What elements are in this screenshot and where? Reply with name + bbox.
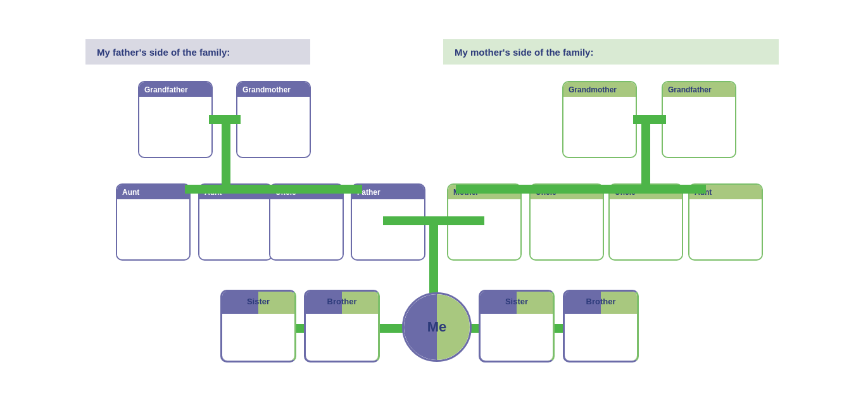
sister2-card: Sister	[479, 290, 555, 362]
brother2-card: Brother	[563, 290, 639, 362]
paternal-grandmother-card: Grandmother	[236, 81, 311, 158]
maternal-grandfather-label: Grandfather	[663, 82, 735, 97]
father-side-banner: My father's side of the family:	[85, 39, 310, 65]
father-side-title: My father's side of the family:	[97, 47, 230, 58]
mother-side-h-bar	[456, 185, 706, 194]
maternal-grandmother-label: Grandmother	[563, 82, 636, 97]
brother1-card: Brother	[304, 290, 380, 362]
me-label: Me	[427, 319, 447, 335]
paternal-grandmother-label: Grandmother	[237, 82, 310, 97]
mother-side-banner: My mother's side of the family:	[443, 39, 779, 65]
father-label: Father	[352, 185, 424, 199]
uncle3-card: Uncle	[608, 183, 683, 261]
aunt3-card: Aunt	[688, 183, 763, 261]
paternal-grandfather-card: Grandfather	[138, 81, 213, 158]
me-circle: Me	[402, 292, 472, 362]
paternal-grandfather-label: Grandfather	[139, 82, 211, 97]
sister2-label: Sister	[481, 297, 553, 306]
family-tree-page: My father's side of the family: My mothe…	[0, 0, 868, 415]
father-side-h-bar	[185, 185, 362, 194]
mother-side-title: My mother's side of the family:	[455, 47, 593, 58]
uncle2-card: Uncle	[529, 183, 604, 261]
maternal-grandfather-card: Grandfather	[662, 81, 736, 158]
uncle1-card: Uncle	[269, 183, 344, 261]
sister1-label: Sister	[222, 297, 294, 306]
parents-v-connector	[429, 216, 438, 295]
paternal-v-down	[222, 121, 230, 189]
aunt1-card: Aunt	[116, 183, 191, 261]
brother1-label: Brother	[306, 297, 378, 306]
aunt2-card: Aunt	[198, 183, 273, 261]
aunt1-label: Aunt	[117, 185, 189, 199]
maternal-grandmother-card: Grandmother	[562, 81, 637, 158]
maternal-v-down	[641, 121, 650, 189]
brother2-label: Brother	[565, 297, 637, 306]
sister1-card: Sister	[220, 290, 296, 362]
